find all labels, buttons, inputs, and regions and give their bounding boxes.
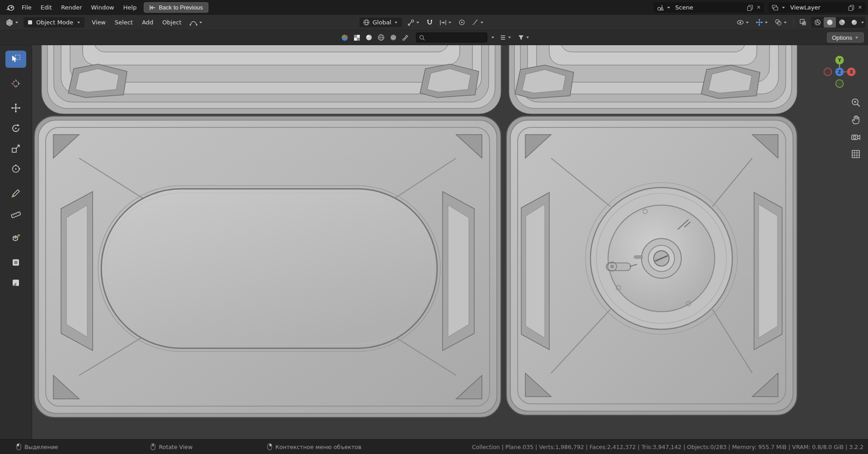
menu-object[interactable]: Object [158,17,186,28]
object-visibility-selector[interactable] [735,18,751,27]
proportional-projected-icon[interactable] [458,18,466,27]
menu-edit[interactable]: Edit [36,2,57,13]
middle-mouse-icon [151,443,156,450]
viewport-menus: View Select Add Object [87,17,186,28]
transform-icon [10,164,21,174]
tool-extra-b[interactable] [5,274,26,291]
options-label: Options [832,34,852,41]
viewport-3d[interactable]: Y X Z [32,45,868,439]
topbar: File Edit Render Window Help Back to Pre… [0,0,868,15]
menu-help[interactable]: Help [119,2,142,13]
transform-snap-tools: Global [359,15,486,30]
tool-cursor[interactable] [5,75,26,92]
corner-square-icon [10,277,21,288]
panel-top-left[interactable] [42,45,501,114]
menu-window[interactable]: Window [86,2,118,13]
options-button[interactable]: Options [827,33,864,43]
cursor-3d-icon [10,78,21,89]
ortho-toggle-button[interactable] [849,147,863,161]
display-mode-selector[interactable] [498,33,513,42]
blender-window: File Edit Render Window Help Back to Pre… [0,0,868,454]
shading-rendered-button[interactable] [848,17,860,28]
hint-rotate-view: Rotate View [151,443,193,450]
menu-file[interactable]: File [17,2,36,13]
texture-checker-icon[interactable] [352,33,361,42]
shading-material-button[interactable] [836,17,848,28]
right-mouse-icon [267,443,272,450]
scale-icon [10,143,21,154]
zoom-icon [850,97,861,108]
back-to-previous-button[interactable]: Back to Previous [144,2,208,13]
overlays-toggle[interactable] [773,18,789,27]
orientation-selector[interactable]: Global [359,18,402,27]
shading-solid-button[interactable] [824,17,836,28]
active-tool-options[interactable] [189,19,203,26]
gizmo-axis-neg-y[interactable] [836,80,844,88]
search-input[interactable] [427,34,479,41]
xray-toggle[interactable] [798,18,808,27]
close-scene-icon[interactable]: ✕ [756,5,762,10]
hint-context-menu: Контекстное меню объектов [267,443,361,450]
brush-icon[interactable] [401,33,410,42]
navigation-gizmo[interactable]: Y X Z [821,54,858,90]
tool-measure[interactable] [5,205,26,222]
chevron-down-icon[interactable] [491,37,494,38]
tool-add-cube[interactable] [5,229,26,247]
menu-add[interactable]: Add [137,17,158,28]
camera-view-button[interactable] [849,130,863,144]
gizmo-axis-neg-x[interactable] [824,68,832,76]
matcap-sphere-icon[interactable] [364,33,373,42]
tool-annotate[interactable] [5,185,26,202]
menu-render[interactable]: Render [57,2,86,13]
tool-rotate[interactable] [5,120,26,137]
chevron-down-icon [77,22,80,23]
search-field[interactable] [416,33,487,42]
menu-select[interactable]: Select [110,17,137,28]
list-icon [500,34,506,41]
left-mouse-icon [16,443,21,450]
filter-selector[interactable] [516,33,531,42]
panel-top-right[interactable] [509,45,797,114]
tool-scale[interactable] [5,140,26,157]
falloff-selector[interactable] [470,18,486,27]
pan-button[interactable] [849,113,863,126]
eye-icon [736,19,744,26]
copy-scene-icon[interactable] [746,5,754,11]
scene-name-field[interactable]: Scene [673,3,744,12]
copy-viewlayer-icon[interactable] [847,5,855,11]
snap-target-selector[interactable] [406,18,421,27]
tool-move[interactable] [5,99,26,117]
chevron-down-icon [765,22,768,23]
crate-left[interactable] [34,116,501,417]
gizmo-y-label: Y [837,58,841,63]
chevron-down-icon[interactable] [861,22,864,23]
tool-select-box[interactable] [5,51,26,68]
chevron-down-icon[interactable] [667,7,670,9]
scene-icon[interactable] [656,5,665,11]
crate-right[interactable] [506,116,797,415]
scene-selector: Scene ✕ [654,2,764,13]
close-viewlayer-icon[interactable]: ✕ [857,5,863,10]
chevron-down-icon[interactable] [782,7,785,9]
falloff-curve-icon [472,19,479,26]
shading-wireframe-button[interactable] [811,17,824,28]
menu-view[interactable]: View [87,17,110,28]
snap-toggle-magnet-icon[interactable] [425,18,434,27]
editor-type-button[interactable] [4,18,21,28]
blender-logo-icon[interactable] [3,4,17,11]
chevron-down-icon [416,22,419,23]
chevron-down-icon [481,22,483,23]
gizmos-toggle[interactable] [754,18,770,27]
proportional-editing-toggle[interactable] [438,18,453,27]
mode-selector[interactable]: Object Mode [24,17,85,28]
tool-extra-a[interactable] [5,254,26,271]
material-ball-icon[interactable] [340,33,349,42]
world-sphere-icon[interactable] [389,33,398,42]
viewlayer-name-field[interactable]: ViewLayer [788,3,845,12]
viewport-display-tools [735,15,865,30]
tool-transform[interactable] [5,160,26,178]
viewport-canvas[interactable] [32,45,868,439]
zoom-button[interactable] [849,96,863,109]
env-sphere-icon[interactable] [377,33,386,42]
viewlayer-icon[interactable] [771,5,779,11]
